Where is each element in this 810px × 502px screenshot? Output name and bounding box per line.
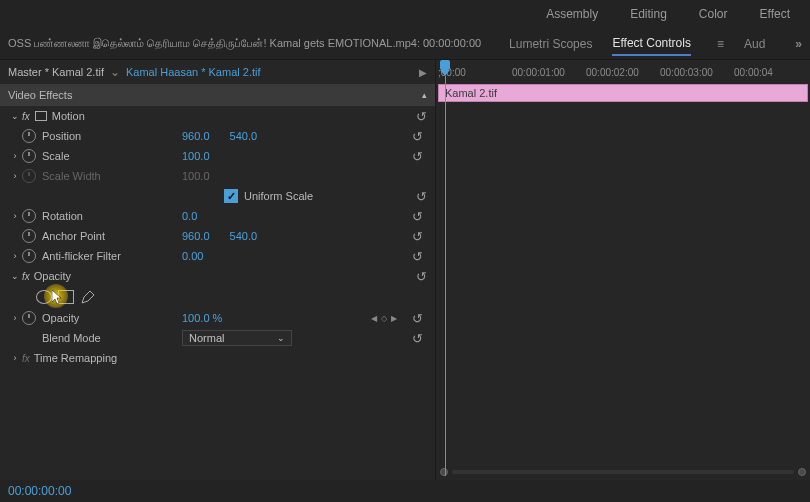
uniform-scale-checkbox[interactable]: [224, 189, 238, 203]
play-icon[interactable]: ▶: [419, 67, 427, 78]
anchor-stopwatch[interactable]: [22, 229, 36, 243]
opacity-value[interactable]: 100.0 %: [182, 312, 222, 324]
position-stopwatch[interactable]: [22, 129, 36, 143]
workspace-effect[interactable]: Effect: [760, 7, 790, 21]
clip-bar-label: Kamal 2.tif: [445, 87, 497, 99]
chevron-down-icon: ⌄: [277, 333, 285, 343]
mask-ellipse-button[interactable]: [36, 290, 52, 304]
tab-effect-controls[interactable]: Effect Controls: [612, 32, 690, 56]
horizontal-scrollbar[interactable]: [436, 464, 810, 480]
antiflicker-value[interactable]: 0.00: [182, 250, 203, 262]
motion-effect-label[interactable]: Motion: [52, 110, 416, 122]
position-label: Position: [42, 130, 182, 142]
blend-reset-icon[interactable]: ↺: [412, 331, 423, 346]
antiflicker-stopwatch[interactable]: [22, 249, 36, 263]
workspace-assembly[interactable]: Assembly: [546, 7, 598, 21]
scale-twirl[interactable]: ›: [8, 151, 22, 161]
timeremap-twirl[interactable]: ›: [8, 353, 22, 363]
opacity-reset-icon[interactable]: ↺: [416, 269, 427, 284]
scale-stopwatch[interactable]: [22, 149, 36, 163]
next-keyframe-icon[interactable]: ▶: [391, 314, 397, 323]
tab-lumetri-scopes[interactable]: Lumetri Scopes: [509, 33, 592, 55]
motion-twirl[interactable]: ⌄: [8, 111, 22, 121]
opacity-value-label: Opacity: [42, 312, 182, 324]
scale-label: Scale: [42, 150, 182, 162]
time-mark: 00:00:04: [734, 67, 808, 78]
add-keyframe-icon[interactable]: ◇: [381, 314, 387, 323]
scalew-label: Scale Width: [42, 170, 182, 182]
antiflicker-reset-icon[interactable]: ↺: [412, 249, 423, 264]
blend-mode-select[interactable]: Normal ⌄: [182, 330, 292, 346]
time-mark: 00:00:01:00: [512, 67, 586, 78]
opacity-val-reset-icon[interactable]: ↺: [412, 311, 423, 326]
antiflicker-label: Anti-flicker Filter: [42, 250, 182, 262]
source-title: OSS பண்ணலனா இதெல்லாம் தெரியாம செத்திருப்…: [8, 37, 489, 50]
scalew-value: 100.0: [182, 170, 210, 182]
mask-rect-button[interactable]: [58, 290, 74, 304]
master-clip-label[interactable]: Master * Kamal 2.tif: [8, 66, 104, 78]
position-reset-icon[interactable]: ↺: [412, 129, 423, 144]
scale-reset-icon[interactable]: ↺: [412, 149, 423, 164]
workspace-editing[interactable]: Editing: [630, 7, 667, 21]
rotation-twirl[interactable]: ›: [8, 211, 22, 221]
opacity-val-twirl[interactable]: ›: [8, 313, 22, 323]
fx-badge-icon[interactable]: fx: [22, 271, 30, 282]
rotation-label: Rotation: [42, 210, 182, 222]
section-collapse-icon[interactable]: ▴: [422, 90, 427, 100]
fx-badge-icon[interactable]: fx: [22, 111, 30, 122]
mask-pen-button[interactable]: [80, 289, 96, 305]
playhead[interactable]: [440, 60, 452, 76]
tab-audio[interactable]: Aud: [744, 33, 765, 55]
scroll-track[interactable]: [452, 470, 794, 474]
video-effects-header: Video Effects ▴: [0, 84, 435, 106]
time-mark: 00:00:02:00: [586, 67, 660, 78]
scale-value[interactable]: 100.0: [182, 150, 210, 162]
position-y-value[interactable]: 540.0: [230, 130, 258, 142]
fx-badge-icon[interactable]: fx: [22, 353, 30, 364]
expand-panels-icon[interactable]: »: [795, 37, 802, 51]
time-remapping-label[interactable]: Time Remapping: [34, 352, 427, 364]
chevron-down-icon[interactable]: ⌄: [110, 65, 120, 79]
scroll-knob-right[interactable]: [798, 468, 806, 476]
time-mark: 00:00:03:00: [660, 67, 734, 78]
blend-mode-value: Normal: [189, 332, 224, 344]
uniform-reset-icon[interactable]: ↺: [416, 189, 427, 204]
rotation-value[interactable]: 0.0: [182, 210, 197, 222]
current-timecode[interactable]: 00:00:00:00: [8, 484, 71, 498]
position-x-value[interactable]: 960.0: [182, 130, 210, 142]
playhead-line: [445, 76, 446, 476]
rotation-stopwatch[interactable]: [22, 209, 36, 223]
anchor-reset-icon[interactable]: ↺: [412, 229, 423, 244]
uniform-scale-label: Uniform Scale: [244, 190, 313, 202]
panel-menu-icon[interactable]: ≡: [717, 37, 724, 51]
blend-mode-label: Blend Mode: [42, 332, 182, 344]
active-clip-label[interactable]: Kamal Haasan * Kamal 2.tif: [126, 66, 261, 78]
opacity-effect-label[interactable]: Opacity: [34, 270, 416, 282]
workspace-color[interactable]: Color: [699, 7, 728, 21]
opacity-twirl[interactable]: ⌄: [8, 271, 22, 281]
anchor-label: Anchor Point: [42, 230, 182, 242]
scroll-knob-left[interactable]: [440, 468, 448, 476]
rotation-reset-icon[interactable]: ↺: [412, 209, 423, 224]
scalew-twirl: ›: [8, 171, 22, 181]
opacity-stopwatch[interactable]: [22, 311, 36, 325]
clip-bar[interactable]: Kamal 2.tif: [438, 84, 808, 102]
anchor-y-value[interactable]: 540.0: [230, 230, 258, 242]
anchor-x-value[interactable]: 960.0: [182, 230, 210, 242]
effect-controls-panel: Master * Kamal 2.tif ⌄ Kamal Haasan * Ka…: [0, 60, 436, 480]
mini-timeline: ;00:00 00:00:01:00 00:00:02:00 00:00:03:…: [436, 60, 810, 480]
prev-keyframe-icon[interactable]: ◀: [371, 314, 377, 323]
video-effects-label: Video Effects: [8, 89, 72, 101]
motion-direct-icon[interactable]: [34, 110, 48, 122]
scalew-stopwatch: [22, 169, 36, 183]
time-ruler[interactable]: ;00:00 00:00:01:00 00:00:02:00 00:00:03:…: [436, 60, 810, 84]
antiflicker-twirl[interactable]: ›: [8, 251, 22, 261]
motion-reset-icon[interactable]: ↺: [416, 109, 427, 124]
